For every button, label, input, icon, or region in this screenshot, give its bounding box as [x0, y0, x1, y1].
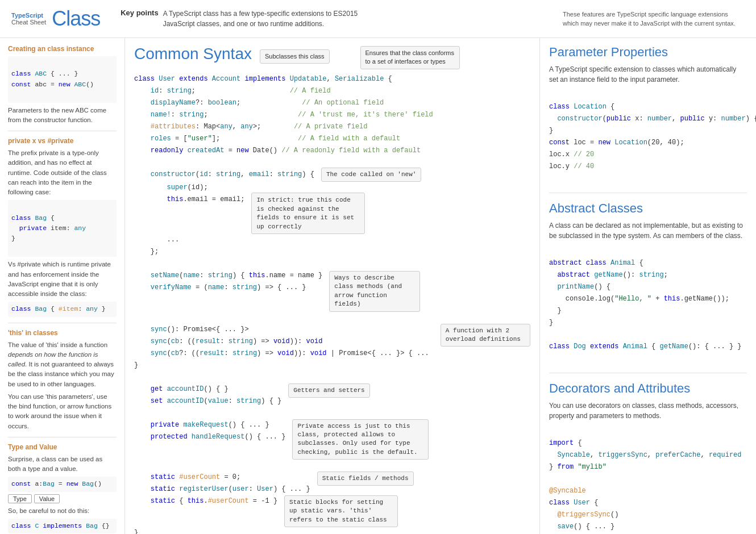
this-email-block: this.email = email; In strict: true this… [134, 194, 530, 234]
param-props-prose: A TypeScript specific extension to class… [549, 64, 747, 85]
section1-prose: Parameters to the new ABC come from the … [8, 106, 117, 126]
abstract-code: abstract class Animal { abstract getName… [549, 245, 747, 365]
section2-prose: The prefix private is a type-only additi… [8, 148, 117, 197]
right-sidebar: Parameter Properties A TypeScript specif… [540, 38, 756, 534]
key-points: Key points A TypeScript class has a few … [121, 9, 390, 29]
field-roles: roles = ["user"]; // A field with a defa… [134, 133, 530, 145]
param-props-code: class Location { constructor(public x: n… [549, 89, 747, 185]
typescript-label: TypeScript [11, 12, 46, 19]
section1-title[interactable]: Creating an class instance [8, 45, 117, 53]
header-right-text: These features are TypeScript specific l… [563, 10, 745, 28]
section2-code2: class Bag { #item: any } [8, 302, 117, 316]
static-block-callout: Static blocks for setting up static vars… [284, 495, 398, 527]
section2-title[interactable]: private x vs #private [8, 137, 117, 145]
section4-prose: Surprise, a class can be used as both a … [8, 454, 117, 474]
sync-block: sync(): Promise<{ ... }> sync(cb: ((resu… [134, 324, 530, 372]
param-props-title: Parameter Properties [549, 45, 747, 60]
field-id: id: string; // A field [134, 85, 530, 97]
logo-area: TypeScript Cheat Sheet [11, 12, 46, 26]
constructor-block: constructor(id: string, email: string) {… [134, 169, 530, 182]
getter-setter-block: get accountID() { } set accountID(value:… [134, 383, 530, 407]
decorators-title: Decorators and Attributes [549, 381, 747, 396]
section3-title[interactable]: 'this' in classes [8, 329, 117, 337]
access-block: private makeRequest() { ... } protected … [134, 419, 530, 460]
abstract-prose: A class can be declared as not implement… [549, 220, 747, 241]
access-callout: Private access is just to this class, pr… [292, 419, 429, 460]
section3-prose: The value of 'this' inside a function de… [8, 340, 117, 389]
field-displayname: displayName?: boolean; // An optional fi… [134, 97, 530, 109]
super-line: super(id); [134, 182, 530, 194]
static-callout: Static fields / methods [317, 472, 414, 486]
section4-title[interactable]: Type and Value [8, 443, 117, 451]
abstract-title: Abstract Classes [549, 201, 747, 216]
field-createdat: readonly createdAt = new Date() // A rea… [134, 145, 530, 157]
section3-prose2: You can use 'this parameters', use the b… [8, 392, 117, 431]
close-class: } [134, 527, 530, 534]
methods-block: setName(name: string) { this.name = name… [134, 270, 530, 312]
type-value-boxes: Type Value [8, 494, 117, 503]
methods-callout: Ways to describe class methods (and arro… [329, 271, 420, 312]
section4-prose2: So, be careful to not do this: [8, 506, 117, 516]
type-box: Type [8, 494, 32, 503]
key-points-label: Key points [121, 9, 158, 17]
section2-prose2: Vs #private which is runtime private and… [8, 260, 117, 299]
cheatsheet-label: Cheat Sheet [11, 19, 46, 26]
subclasses-callout: Subclasses this class [260, 49, 330, 64]
field-name: name!: string; // A 'trust me, it's ther… [134, 109, 530, 121]
value-box: Value [34, 494, 60, 503]
section4-code: const a:Bag = new Bag() [8, 477, 117, 491]
ensures-callout: Ensures that the class conforms to a set… [360, 46, 460, 69]
static-init-block: static { this.#userCount = -1 } Static b… [134, 495, 530, 527]
key-points-text: A TypeScript class has a few type-specif… [163, 9, 391, 29]
decorators-prose: You can use decorators on classes, class… [549, 400, 747, 421]
common-syntax-title: Common Syntax [134, 45, 252, 63]
center-content: Common Syntax Subclasses this class Ensu… [125, 38, 540, 534]
decorators-code: import { Syncable, triggersSync, preferC… [549, 425, 747, 534]
field-attributes: #attributes: Map<any, any>; // A private… [134, 121, 530, 133]
section2-code: class Bag { private item: any } [8, 200, 117, 257]
header: TypeScript Cheat Sheet Class Key points … [0, 0, 756, 38]
constructor-callout: The code called on 'new' [321, 168, 421, 182]
dots-line: ... [134, 234, 530, 246]
left-sidebar: Creating an class instance class ABC { .… [0, 38, 125, 534]
center-code-area: class User extends Account implements Up… [134, 73, 530, 534]
section4-code2: class C implements Bag {} [8, 519, 117, 533]
main-layout: Creating an class instance class ABC { .… [0, 38, 756, 534]
static-block: static #userCount = 0; static registerUs… [134, 472, 530, 495]
section1-code: class ABC { ... } const abc = new ABC() [8, 56, 117, 103]
strict-callout: In strict: true this code is checked aga… [251, 193, 365, 234]
close-constructor: }; [134, 246, 530, 258]
getters-callout: Getters and setters [288, 383, 369, 398]
sync-callout: A function with 2 overload definitions [441, 324, 530, 347]
class-decl-line: class User extends Account implements Up… [134, 73, 530, 85]
class-logo: Class [52, 7, 100, 31]
